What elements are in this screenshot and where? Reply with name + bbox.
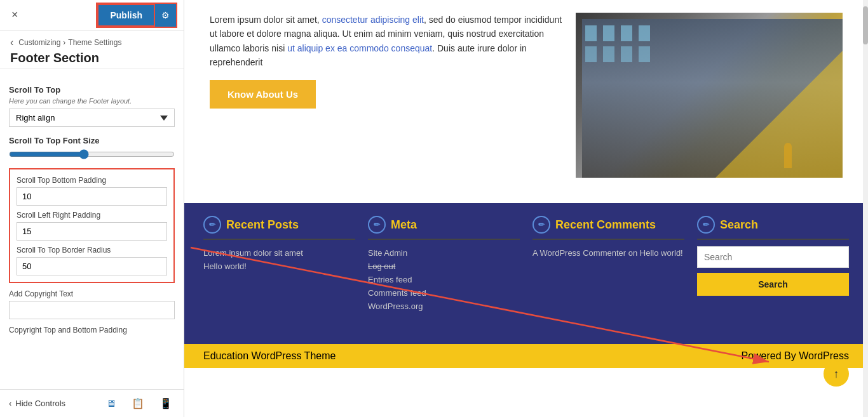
pencil-icon-meta: ✏ — [368, 216, 386, 234]
list-item: Hello world! — [203, 260, 355, 273]
footer-search-input[interactable] — [697, 246, 849, 268]
chevron-left-icon: ‹ — [9, 399, 11, 408]
scrollbar-thumb[interactable] — [863, 6, 868, 44]
font-size-label: Scroll To Top Font Size — [9, 136, 175, 145]
section-title: Footer Section — [10, 51, 173, 65]
scroll-to-top-button[interactable]: ↑ — [824, 361, 849, 387]
list-item[interactable]: Entries feed — [368, 273, 520, 286]
meta-title: ✏ Meta — [368, 216, 520, 240]
footer-section: ✏ Recent Posts Lorem ipsum dolor sit ame… — [184, 203, 868, 368]
copyright-section: Add Copyright Text Copyright Top and Bot… — [9, 289, 175, 334]
scroll-to-top-label: Scroll To Top — [9, 85, 175, 95]
pencil-icon-search: ✏ — [697, 216, 715, 234]
desktop-button[interactable]: 🖥 — [104, 395, 119, 412]
recent-posts-list: Lorem ipsum dolor sit amet Hello world! — [203, 246, 355, 273]
layout-dropdown[interactable]: Right align Left align Center align — [9, 109, 175, 127]
pencil-icon-recent-posts: ✏ — [203, 216, 221, 234]
border-radius-input[interactable] — [17, 257, 167, 275]
hero-paragraph: Lorem ipsum dolor sit amet, consectetur … — [210, 13, 563, 70]
bottom-padding-input[interactable] — [17, 187, 167, 206]
left-right-padding-input[interactable] — [17, 222, 167, 241]
footer-bottom-left: Education WordPress Theme — [203, 350, 336, 362]
recent-comments-title: ✏ Recent Comments — [532, 216, 684, 240]
footer-bottom-right: Powered By WordPress — [741, 350, 849, 362]
breadcrumb-customizing[interactable]: Customizing — [18, 38, 60, 47]
font-size-slider-container — [9, 149, 175, 162]
footer-columns: ✏ Recent Posts Lorem ipsum dolor sit ame… — [184, 203, 868, 344]
list-item[interactable]: WordPress.org — [368, 300, 520, 313]
right-panel-wrapper: Lorem ipsum dolor sit amet, consectetur … — [184, 0, 868, 417]
scrollbar[interactable] — [863, 0, 868, 417]
publish-button[interactable]: Publish — [97, 4, 155, 27]
meta-column: ✏ Meta Site Admin Log out Entries feed C… — [368, 216, 520, 331]
recent-posts-title: ✏ Recent Posts — [203, 216, 355, 240]
footer-bottom-bar: Education WordPress Theme Powered By Wor… — [184, 344, 868, 368]
hide-controls-button[interactable]: ‹ Hide Controls — [9, 399, 65, 408]
meta-list: Site Admin Log out Entries feed Comments… — [368, 246, 520, 313]
footer-search-button[interactable]: Search — [697, 273, 849, 296]
breadcrumb-area: ‹ Customizing › Theme Settings Footer Se… — [0, 30, 184, 69]
hero-text: Lorem ipsum dolor sit amet, consectetur … — [210, 13, 576, 190]
top-bar: × Publish ⚙ — [0, 0, 184, 30]
main-content: Lorem ipsum dolor sit amet, consectetur … — [184, 0, 868, 417]
back-button[interactable]: ‹ — [10, 37, 13, 48]
recent-comments-list: A WordPress Commenter on Hello world! — [532, 246, 684, 260]
border-radius-label: Scroll To Top Border Radius — [17, 246, 167, 255]
search-title: ✏ Search — [697, 216, 849, 240]
tablet-button[interactable]: 📋 — [129, 395, 147, 412]
recent-posts-column: ✏ Recent Posts Lorem ipsum dolor sit ame… — [203, 216, 355, 331]
hero-section: Lorem ipsum dolor sit amet, consectetur … — [184, 0, 868, 203]
breadcrumb: ‹ Customizing › Theme Settings — [10, 37, 173, 48]
copyright-input[interactable] — [9, 301, 175, 319]
left-panel: × Publish ⚙ ‹ Customizing › Theme Settin… — [0, 0, 184, 417]
recent-comments-column: ✏ Recent Comments A WordPress Commenter … — [532, 216, 684, 331]
bottom-padding-label: Scroll Top Bottom Padding — [17, 176, 167, 185]
hide-controls-label: Hide Controls — [15, 399, 65, 408]
list-item: A WordPress Commenter on Hello world! — [532, 246, 684, 260]
list-item[interactable]: Comments feed — [368, 286, 520, 300]
pencil-icon-recent-comments: ✏ — [532, 216, 550, 234]
list-item[interactable]: Log out — [368, 260, 520, 273]
breadcrumb-arrow: › — [63, 38, 65, 47]
search-column: ✏ Search Search — [697, 216, 849, 331]
breadcrumb-theme-settings[interactable]: Theme Settings — [68, 38, 121, 47]
hero-image — [576, 13, 843, 178]
publish-group: Publish ⚙ — [96, 3, 177, 28]
list-item: Lorem ipsum dolor sit amet — [203, 246, 355, 260]
padding-border-section: Scroll Top Bottom Padding Scroll Left Ri… — [9, 168, 175, 283]
panel-content: Scroll To Top Here you can change the Fo… — [0, 69, 184, 389]
left-right-padding-label: Scroll Left Right Padding — [17, 211, 167, 220]
right-panel: Lorem ipsum dolor sit amet, consectetur … — [184, 0, 868, 417]
footer-layout-desc: Here you can change the Footer layout. — [9, 97, 175, 105]
settings-button[interactable]: ⚙ — [155, 4, 176, 27]
bottom-bar: ‹ Hide Controls 🖥 📋 📱 — [0, 389, 184, 417]
mobile-button[interactable]: 📱 — [157, 395, 175, 412]
list-item[interactable]: Site Admin — [368, 246, 520, 260]
font-size-slider[interactable] — [9, 149, 175, 159]
copyright-label: Add Copyright Text — [9, 289, 175, 298]
know-about-button[interactable]: Know About Us — [210, 80, 316, 109]
copyright-padding-label: Copyright Top and Bottom Padding — [9, 326, 175, 334]
close-button[interactable]: × — [6, 6, 24, 24]
